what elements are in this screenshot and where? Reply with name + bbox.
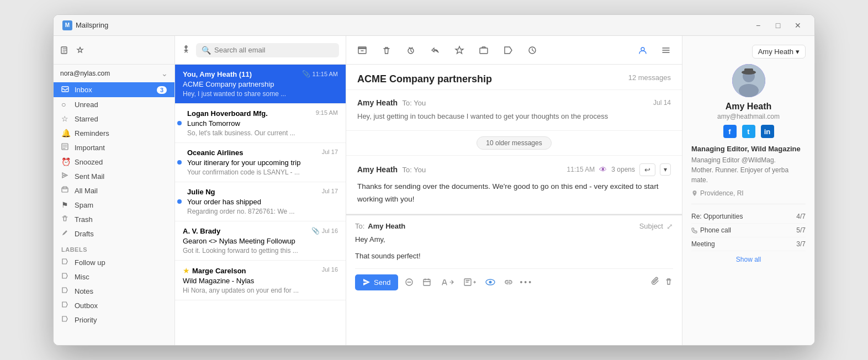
send-button[interactable]: Send [355,274,398,290]
email-sender: Logan Hoverboard Mfg. [187,109,268,118]
email-subject: Gearon <> Nylas Meeting Followup [183,237,338,245]
message-time: Jul 14 [653,99,671,107]
snooze-button[interactable] [404,43,418,57]
contact-stats: Re: Opportunities 4/7 Phone call 5/7 Mee… [691,204,806,263]
email-item[interactable]: Oceanic Airlines Jul 17 Your itinerary f… [175,143,346,182]
twitter-icon[interactable]: t [742,125,755,138]
important-icon [61,143,70,152]
older-messages-section: 10 older messages [346,131,682,156]
sidebar-item-misc[interactable]: Misc [54,269,174,284]
logo-icon: M [62,20,72,30]
email-time: Jul 16 [322,266,338,273]
email-time: Jul 16 [322,227,338,234]
email-item[interactable]: ★ Marge Carelson Jul 16 Wild Magazine - … [175,261,346,300]
email-item[interactable]: You, Amy Heath (11) 📎 11:15 AM ACME Comp… [175,65,346,104]
email-item[interactable]: Julie Ng Jul 17 Your order has shipped R… [175,182,346,221]
tracking-toggle-button[interactable] [483,276,497,288]
notes-label: Notes [75,287,93,295]
label-notes-icon [61,287,70,295]
starred-icon: ☆ [61,114,70,123]
show-all-button[interactable]: Show all [691,256,806,263]
compose-subject-label: Subject [639,222,663,230]
contact-bio: Managing Editor @WildMag. Mother. Runner… [691,155,806,185]
sidebar-toolbar [54,36,174,65]
schedule-button[interactable] [420,276,433,289]
link-tracking-button[interactable] [502,276,515,289]
contact-title: Managing Editor, Wild Magazine [691,145,806,153]
label-button[interactable] [501,43,515,57]
history-button[interactable] [525,43,539,57]
main-layout: nora@nylas.com ⌄ Inbox 3 ○ Unread ☆ Star… [54,36,814,345]
account-chevron-icon[interactable]: ⌄ [161,69,168,78]
email-item[interactable]: A. V. Brady 📎 Jul 16 Gearon <> Nylas Mee… [175,221,346,261]
sidebar-item-reminders[interactable]: 🔔 Reminders [54,126,174,140]
svg-rect-21 [744,68,753,73]
reply-button[interactable]: ↩ [639,163,655,176]
sidebar-item-inbox[interactable]: Inbox 3 [54,82,174,97]
email-item[interactable]: Logan Hoverboard Mfg. 9:15 AM Lunch Tomo… [175,104,346,143]
sidebar-item-starred[interactable]: ☆ Starred [54,112,174,126]
label-follow-up-icon [61,258,70,267]
email-preview: Your confirmation code is LSANYL - ... [183,168,338,176]
compose-body[interactable]: Hey Amy, That sounds perfect! [355,235,673,263]
archive-button[interactable] [355,43,369,57]
email-subject: Lunch Tomorrow [183,119,338,128]
thread-header: ACME Company partnership 12 messages [346,65,682,90]
attach-file-button[interactable] [651,277,660,288]
pin-button[interactable] [76,46,84,55]
reply-all-button[interactable] [428,43,442,57]
search-input[interactable] [214,46,334,54]
priority-label: Priority [75,316,97,324]
sidebar-item-snoozed[interactable]: ⏰ Snoozed [54,155,174,169]
sidebar-pin-button[interactable] [182,45,190,56]
email-time: Jul 17 [322,188,338,194]
expand-button[interactable]: ▾ [660,163,671,176]
thread-message-collapsed: Amy Heath To: You Jul 14 Hey, just getti… [346,90,682,131]
maximize-button[interactable]: □ [770,20,786,31]
svg-point-16 [489,281,492,284]
email-sender: You, Amy Heath (11) [183,70,252,78]
sidebar-item-follow-up[interactable]: Follow up [54,255,174,269]
sidebar-item-all-mail[interactable]: All Mail [54,183,174,198]
email-subject: Wild Magazine - Nylas [183,277,338,285]
delete-draft-button[interactable] [664,277,673,288]
stat-opportunities: Re: Opportunities 4/7 [691,210,806,224]
sidebar-item-unread[interactable]: ○ Unread [54,97,174,112]
older-messages-button[interactable]: 10 older messages [477,136,551,150]
sidebar-item-spam[interactable]: ⚑ Spam [54,198,174,212]
contact-dropdown[interactable]: Amy Heath ▾ [752,45,806,59]
app-title: Mailspring [76,21,108,29]
menu-button[interactable] [659,43,673,57]
more-options-dots[interactable]: ••• [520,278,533,287]
discard-draft-button[interactable] [403,276,416,289]
sidebar-item-outbox[interactable]: Outbox [54,298,174,313]
compose-area: To: Amy Heath Subject ⤢ Hey Amy, That so… [346,214,682,296]
contacts-button[interactable] [636,43,650,57]
compose-button[interactable] [60,46,69,55]
delete-button[interactable] [379,43,394,57]
formatting-button[interactable] [438,276,457,289]
sidebar-item-drafts[interactable]: Drafts [54,226,174,241]
star-button[interactable] [452,43,467,57]
sidebar-item-notes[interactable]: Notes [54,284,174,298]
close-button[interactable]: ✕ [790,20,806,31]
move-button[interactable] [477,43,491,57]
compose-expand-icon[interactable]: ⤢ [666,222,673,231]
minimize-button[interactable]: − [750,20,766,31]
sidebar-item-sent[interactable]: Sent Mail [54,169,174,183]
templates-button[interactable] [461,276,479,289]
sidebar-item-important[interactable]: Important [54,140,174,155]
sidebar-item-priority[interactable]: Priority [54,313,174,327]
linkedin-icon[interactable]: in [761,125,774,138]
contact-header: Amy Heath ▾ [691,45,806,59]
inbox-icon [61,85,70,94]
sent-label: Sent Mail [75,172,104,181]
email-sender: Marge Carelson [192,267,246,275]
email-subject: ACME Company partnership [183,80,338,88]
attachment-icon: 📎 [311,227,320,235]
facebook-icon[interactable]: f [723,125,737,138]
starred-label: Starred [75,115,98,123]
drafts-icon [61,229,70,238]
unread-indicator [177,121,182,125]
sidebar-item-trash[interactable]: Trash [54,212,174,226]
